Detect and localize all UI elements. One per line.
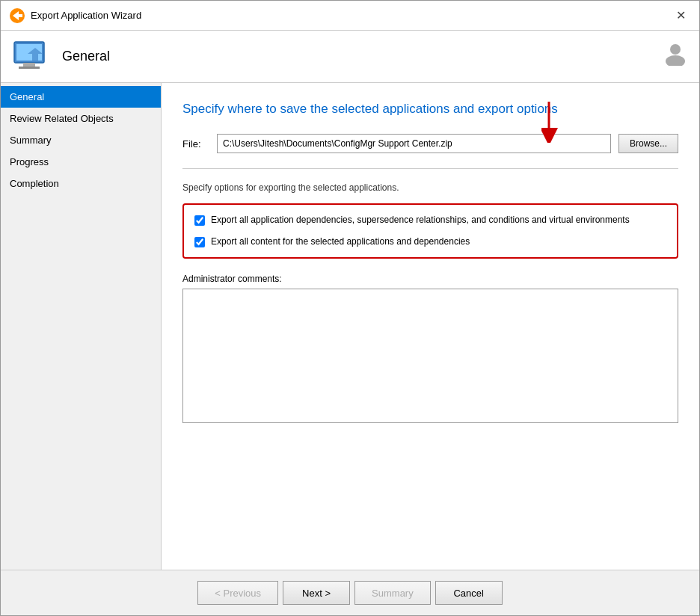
previous-button[interactable]: < Previous (197, 581, 278, 605)
main-content: Specify where to save the selected appli… (162, 83, 699, 570)
title-bar-left: Export Application Wizard (10, 8, 141, 23)
cancel-button[interactable]: Cancel (435, 581, 503, 605)
checkbox-item-2: Export all content for the selected appl… (194, 235, 666, 248)
sidebar-item-general[interactable]: General (1, 86, 161, 108)
person-icon (663, 42, 687, 71)
browse-button[interactable]: Browse... (618, 134, 678, 153)
header-title: General (62, 49, 110, 64)
checkbox-content-label: Export all content for the selected appl… (211, 235, 470, 248)
dialog-title: Export Application Wizard (31, 10, 141, 21)
footer: < Previous Next > Summary Cancel (1, 570, 699, 615)
header-bar-left: General (13, 40, 110, 73)
file-label: File: (182, 138, 209, 150)
svg-rect-5 (19, 67, 40, 69)
svg-point-8 (666, 55, 685, 66)
checkbox-item-1: Export all application dependencies, sup… (194, 214, 666, 227)
computer-icon (13, 40, 52, 73)
checkbox-dependencies[interactable] (194, 215, 205, 226)
wizard-icon (10, 8, 25, 23)
sidebar: General Review Related Objects Summary P… (1, 83, 162, 570)
sidebar-item-progress[interactable]: Progress (1, 151, 161, 173)
file-input[interactable] (217, 134, 611, 153)
content-area: General Review Related Objects Summary P… (1, 83, 699, 570)
checkbox-group: Export all application dependencies, sup… (182, 203, 678, 259)
header-bar: General (1, 31, 699, 83)
sidebar-item-completion[interactable]: Completion (1, 173, 161, 194)
svg-point-7 (670, 44, 681, 55)
separator (182, 168, 678, 169)
file-row: File: Browse... (182, 134, 678, 153)
sidebar-item-review-related-objects[interactable]: Review Related Objects (1, 108, 161, 129)
summary-button[interactable]: Summary (354, 581, 431, 605)
next-button[interactable]: Next > (283, 581, 350, 605)
sidebar-item-summary[interactable]: Summary (1, 129, 161, 151)
main-title: Specify where to save the selected appli… (182, 101, 678, 117)
checkbox-dependencies-label: Export all application dependencies, sup… (211, 214, 630, 227)
svg-rect-4 (23, 63, 35, 67)
close-button[interactable]: ✕ (672, 7, 690, 24)
options-label: Specify options for exporting the select… (182, 182, 678, 193)
admin-comments-textarea[interactable] (182, 289, 678, 423)
title-bar: Export Application Wizard ✕ (1, 1, 699, 31)
checkbox-content[interactable] (194, 237, 205, 247)
admin-comments-label: Administrator comments: (182, 274, 678, 284)
dialog: Export Application Wizard ✕ General (0, 0, 700, 616)
